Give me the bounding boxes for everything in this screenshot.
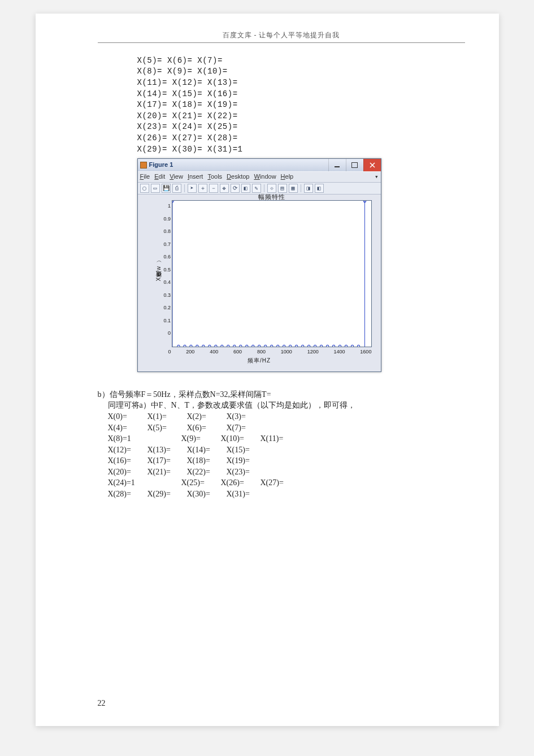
open-icon[interactable]: ▭ [151, 184, 160, 193]
menu-help[interactable]: Help [281, 172, 294, 181]
svg-point-13 [202, 345, 205, 347]
menu-window[interactable]: Window [254, 172, 276, 181]
x-cell: X(12)= [108, 444, 147, 456]
section-b: b）信号频率F＝50Hz，采样点数N=32,采样间隔T= 同理可将a）中F、N、… [98, 389, 465, 500]
pointer-icon[interactable]: ➤ [188, 184, 197, 193]
x-cell: X(11)= [261, 433, 300, 444]
row: X(16)=X(17)=X(18)=X(19)= [108, 455, 465, 466]
x-tick: 200 [186, 348, 194, 356]
y-tick: 0.3 [164, 292, 171, 299]
svg-point-11 [196, 345, 198, 347]
maximize-button[interactable] [346, 159, 363, 171]
svg-point-9 [190, 345, 192, 347]
colorbar-icon[interactable]: ▤ [278, 184, 287, 193]
x-tick: 1200 [307, 348, 319, 356]
y-tick: 0.4 [164, 279, 171, 286]
matlab-figure-window: Figure 1 File Edit View Insert Tools Des… [137, 158, 381, 372]
svg-point-49 [314, 345, 316, 347]
x-tick: 1000 [281, 348, 292, 356]
svg-point-57 [338, 345, 341, 347]
legend-icon[interactable]: ▦ [289, 184, 298, 193]
menu-expand-icon[interactable]: ▾ [375, 172, 379, 181]
x-tick: 1400 [334, 348, 345, 356]
row: X(12)=X(13)=X(14)=X(15)= [108, 444, 465, 456]
figure-title: Figure 1 [149, 161, 173, 169]
x-cell: X(21)= [147, 466, 187, 478]
svg-point-39 [283, 345, 285, 347]
y-tick: 0 [168, 330, 171, 337]
new-figure-icon[interactable]: ▢ [140, 184, 149, 193]
y-tick: 0.7 [164, 241, 171, 248]
svg-point-25 [240, 345, 242, 347]
brush-icon[interactable]: ✎ [252, 184, 261, 193]
svg-point-15 [209, 345, 211, 347]
toolbar-separator [184, 184, 185, 192]
x-cell: X(14)= [187, 444, 227, 456]
rotate-icon[interactable]: ⟳ [231, 184, 240, 193]
x-cell: X(0)= [108, 411, 147, 422]
print-icon[interactable]: ⎙ [172, 184, 181, 193]
matlab-icon [140, 162, 147, 169]
zoom-out-icon[interactable]: － [209, 184, 218, 193]
minimize-button[interactable] [328, 159, 346, 171]
menu-bar: File Edit View Insert Tools Desktop Wind… [138, 171, 381, 183]
show-plot-tools-icon[interactable]: ◧ [315, 184, 324, 193]
row: X(8)=1X(9)=X(10)=X(11)= [108, 433, 465, 444]
menu-file[interactable]: File [140, 172, 150, 181]
close-button[interactable] [363, 159, 381, 171]
y-tick: 0.9 [164, 215, 171, 223]
x-cell: X(27)= [261, 477, 300, 489]
svg-point-47 [307, 345, 310, 347]
svg-point-5 [177, 345, 180, 347]
window-controls [328, 159, 381, 171]
x-tick: 0 [168, 348, 171, 356]
plot-box[interactable]: 幅频特性 [172, 200, 371, 347]
section-b-body: 同理可将a）中F、N、T，参数改成要求值（以下均是如此），即可得， X(0)=X… [108, 400, 465, 499]
x-cell: X(18)= [187, 455, 227, 466]
menu-view[interactable]: View [170, 172, 183, 181]
hide-plot-tools-icon[interactable]: ◨ [304, 184, 313, 193]
plot-area: 谐振X（e/w） 10.90.80.70.60.50.40.30.20.10 幅… [138, 195, 381, 371]
svg-point-63 [357, 345, 359, 347]
svg-point-31 [258, 345, 261, 347]
link-icon[interactable]: ⟐ [267, 184, 276, 193]
x-cell: X(26)= [221, 477, 261, 489]
toolbar-separator [264, 184, 264, 192]
x-ticks: 02004006008001000120014001600 [168, 348, 372, 356]
x-tick: 600 [233, 348, 242, 356]
pan-icon[interactable]: ✥ [220, 184, 229, 193]
save-icon[interactable]: 💾 [162, 184, 171, 193]
menu-insert[interactable]: Insert [188, 172, 203, 181]
x-cell: X(1)= [147, 411, 187, 422]
menu-tools[interactable]: Tools [207, 172, 222, 181]
svg-point-35 [271, 345, 273, 347]
x-cell: X(22)= [187, 466, 227, 478]
svg-point-59 [345, 345, 347, 347]
x-cell: X(31)= [227, 489, 266, 500]
header-divider [98, 42, 465, 43]
window-titlebar[interactable]: Figure 1 [138, 159, 381, 171]
data-cursor-icon[interactable]: ◧ [241, 184, 250, 193]
x-axis-label: 频率/HZ [141, 357, 377, 365]
svg-point-55 [332, 345, 335, 347]
menu-desktop[interactable]: Desktop [227, 172, 249, 181]
x-cell: X(3)= [227, 411, 266, 422]
document-page: 百度文库 - 让每个人平等地提升自我 X(5)= X(6)= X(7)= X(8… [36, 14, 499, 726]
code-block-top: X(5)= X(6)= X(7)= X(8)= X(9)= X(10)= X(1… [137, 55, 465, 155]
svg-point-41 [289, 345, 292, 347]
svg-point-61 [351, 345, 353, 347]
row: X(20)=X(21)=X(22)=X(23)= [108, 466, 465, 478]
svg-point-51 [320, 345, 322, 347]
row: X(0)=X(1)=X(2)=X(3)= [108, 411, 465, 422]
menu-edit[interactable]: Edit [154, 172, 165, 181]
zoom-in-icon[interactable]: ＋ [198, 184, 207, 193]
svg-point-23 [233, 345, 236, 347]
x-tick: 400 [210, 348, 218, 356]
x-cell: X(24)=1 [108, 477, 181, 489]
x-cell: X(16)= [108, 455, 147, 466]
y-tick: 0.5 [164, 266, 171, 274]
svg-point-17 [215, 345, 217, 347]
x-cell: X(4)= [108, 422, 147, 434]
x-cell: X(23)= [227, 466, 266, 478]
row: X(28)=X(29)=X(30)=X(31)= [108, 489, 465, 500]
